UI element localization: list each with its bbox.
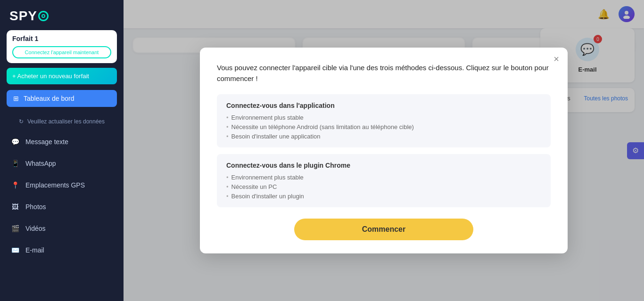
logo-icon bbox=[38, 11, 49, 21]
gps-icon: 📍 bbox=[10, 180, 20, 190]
message-texte-icon: 💬 bbox=[10, 137, 20, 146]
logo: SPY bbox=[0, 0, 124, 30]
sidebar-item-videos[interactable]: 🎬 Vidéos bbox=[4, 218, 120, 239]
method-app-title: Connectez-vous dans l'application bbox=[226, 102, 541, 109]
tableau-de-bord-button[interactable]: ⊞ Tableaux de bord bbox=[7, 90, 117, 107]
whatsapp-icon: 📱 bbox=[10, 159, 20, 168]
method-app-list: Environnement plus stable Nécessite un t… bbox=[226, 114, 541, 140]
refresh-label: Veuillez actualiser les données bbox=[27, 118, 105, 125]
modal-overlay: × Vous pouvez connecter l'appareil cible… bbox=[124, 0, 644, 301]
connect-device-button[interactable]: Connectez l'appareil maintenant bbox=[12, 46, 111, 58]
sidebar-item-label: WhatsApp bbox=[25, 160, 56, 167]
sidebar-item-label: Emplacements GPS bbox=[25, 181, 85, 189]
method-chrome-list: Environnement plus stable Nécessite un P… bbox=[226, 174, 541, 200]
sidebar-item-photos[interactable]: 🖼 Photos bbox=[4, 196, 120, 217]
tableau-icon: ⊞ bbox=[13, 95, 19, 102]
svg-point-0 bbox=[42, 15, 45, 17]
tableau-label: Tableaux de bord bbox=[24, 95, 74, 102]
sidebar-nav: 💬 Message texte 📱 WhatsApp 📍 Emplacement… bbox=[0, 131, 124, 260]
connection-modal: × Vous pouvez connecter l'appareil cible… bbox=[200, 48, 568, 253]
method-chrome-item-2: Nécessite un PC bbox=[226, 183, 541, 190]
sidebar-item-label: Photos bbox=[25, 203, 46, 211]
method-app-item-2: Nécessite un téléphone Android (sans lim… bbox=[226, 123, 541, 130]
sidebar-item-email[interactable]: ✉️ E-mail bbox=[4, 240, 120, 260]
refresh-area: ↻ Veuillez actualiser les données bbox=[0, 115, 124, 131]
sidebar-item-label: E-mail bbox=[25, 246, 44, 254]
sidebar-item-label: Vidéos bbox=[25, 225, 46, 232]
modal-close-button[interactable]: × bbox=[553, 54, 559, 64]
start-button[interactable]: Commencer bbox=[294, 219, 473, 240]
email-icon: ✉️ bbox=[10, 245, 20, 255]
logo-text: SPY bbox=[9, 8, 37, 24]
method-chrome-item-1: Environnement plus stable bbox=[226, 174, 541, 181]
forfait-card: Forfait 1 Connectez l'appareil maintenan… bbox=[7, 30, 117, 63]
sidebar-item-label: Message texte bbox=[25, 138, 68, 146]
method-card-app: Connectez-vous dans l'application Enviro… bbox=[217, 94, 551, 147]
sidebar-item-whatsapp[interactable]: 📱 WhatsApp bbox=[4, 153, 120, 174]
method-chrome-title: Connectez-vous dans le plugin Chrome bbox=[226, 162, 541, 169]
add-forfait-button[interactable]: + Acheter un nouveau forfait bbox=[7, 68, 117, 84]
method-app-item-3: Besoin d'installer une application bbox=[226, 133, 541, 140]
forfait-title: Forfait 1 bbox=[12, 35, 111, 42]
method-app-item-1: Environnement plus stable bbox=[226, 114, 541, 121]
sidebar-item-emplacements-gps[interactable]: 📍 Emplacements GPS bbox=[4, 175, 120, 195]
sidebar: SPY Forfait 1 Connectez l'appareil maint… bbox=[0, 0, 124, 301]
method-chrome-item-3: Besoin d'installer un plugin bbox=[226, 193, 541, 200]
main-content: 🔔 💬 0 E-mail récentes Toutes le bbox=[124, 0, 644, 301]
photos-icon: 🖼 bbox=[10, 202, 20, 212]
method-card-chrome: Connectez-vous dans le plugin Chrome Env… bbox=[217, 154, 551, 207]
modal-intro-text: Vous pouvez connecter l'appareil cible v… bbox=[217, 63, 551, 84]
videos-icon: 🎬 bbox=[10, 224, 20, 233]
refresh-icon: ↻ bbox=[19, 118, 24, 125]
sidebar-item-message-texte[interactable]: 💬 Message texte bbox=[4, 131, 120, 152]
